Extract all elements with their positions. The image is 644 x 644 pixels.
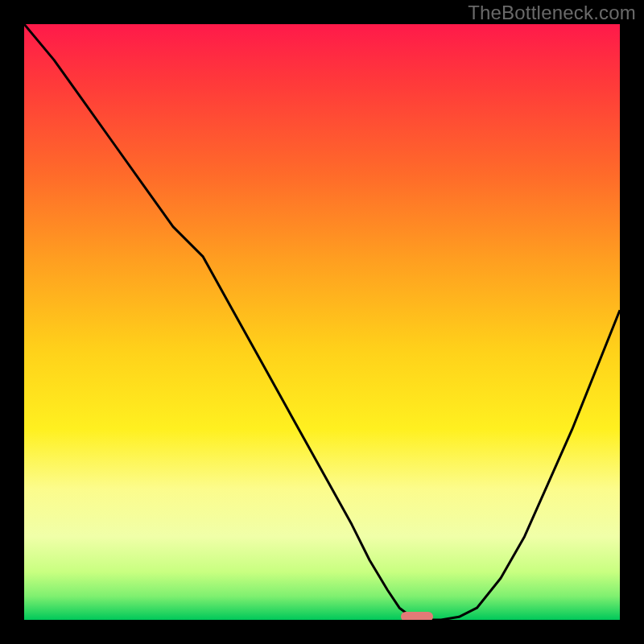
plot-area (24, 24, 620, 620)
watermark-text: TheBottleneck.com (468, 2, 636, 24)
curve-svg (24, 24, 620, 620)
chart-frame: TheBottleneck.com (0, 0, 644, 644)
bottleneck-curve (24, 24, 620, 620)
optimum-marker (401, 612, 433, 620)
